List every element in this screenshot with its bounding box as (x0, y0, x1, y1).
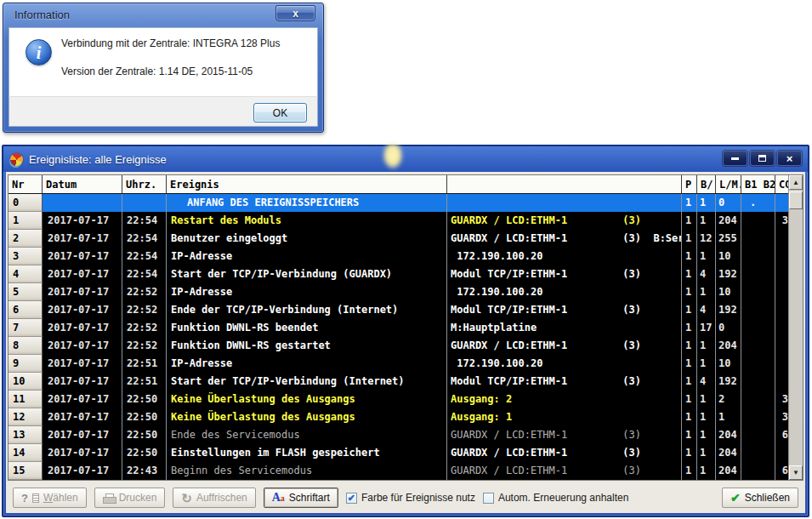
cell-datum: 2017-07-17 (43, 265, 122, 283)
minimize-button[interactable] (723, 151, 747, 166)
cell-p: 1 (682, 301, 697, 319)
maximize-button[interactable] (750, 151, 775, 166)
window-controls: × (723, 151, 802, 166)
cell-b1b2 (741, 248, 775, 265)
refresh-icon: ↻ (181, 492, 192, 505)
row-number-cell[interactable]: 4 (9, 265, 43, 283)
waehlen-label: Wählen (43, 492, 78, 504)
cell-lm: 192 (716, 301, 741, 319)
cell-uhrz: 22:52 (122, 283, 167, 301)
table-row[interactable]: 12 2017-07-17 22:50 Keine Überlastung de… (9, 408, 790, 426)
table-row[interactable]: 1 2017-07-17 22:54 Restart des Moduls GU… (9, 212, 790, 230)
cell-p: 1 (682, 337, 697, 355)
header-b1b2: B1 B2 (741, 175, 775, 193)
cell-p: 1 (682, 391, 697, 408)
window-title: Ereignisliste: alle Ereignisse (29, 153, 167, 166)
row-number-cell[interactable]: 6 (9, 301, 43, 319)
row-number-cell[interactable]: 1 (9, 212, 43, 230)
cell-p: 1 (682, 444, 697, 462)
row-number-cell[interactable]: 14 (9, 444, 43, 462)
scroll-up-button[interactable]: ▲ (789, 175, 803, 190)
scrollbar-thumb[interactable] (789, 191, 803, 209)
window-titlebar[interactable]: Ereignisliste: alle Ereignisse × (3, 146, 808, 172)
table-row[interactable]: 4 2017-07-17 22:54 Start der TCP/IP-Verb… (9, 265, 790, 283)
dialog-message: Verbindung mit der Zentrale: INTEGRA 128… (61, 37, 280, 77)
farbe-checkbox[interactable]: ✔ (346, 493, 357, 504)
row-number-cell[interactable]: 5 (9, 283, 43, 301)
row-number-cell[interactable]: 3 (9, 248, 43, 265)
cell-uhrz: 22:43 (122, 462, 167, 480)
cell-datum: 2017-07-17 (43, 212, 122, 230)
cell-b: 1 (697, 337, 716, 355)
cell-ereignis: Restart des Moduls (167, 212, 447, 230)
cell-quelle: GUARDX / LCD:ETHM-1 (3) (447, 212, 682, 230)
table-row[interactable]: 10 2017-07-17 22:51 Start der TCP/IP-Ver… (9, 373, 790, 391)
cell-datum: 2017-07-17 (43, 391, 122, 408)
scroll-down-button[interactable]: ▼ (789, 465, 803, 480)
row-number-cell[interactable]: 11 (9, 391, 43, 408)
table-row[interactable]: 6 2017-07-17 22:52 Ende der TCP/IP-Verbi… (9, 301, 790, 319)
table-row[interactable]: 15 2017-07-17 22:43 Beginn des Servicemo… (9, 462, 790, 480)
schliessen-label: Schließen (745, 492, 790, 504)
cell-lm: 255 (716, 230, 741, 248)
row-number-cell[interactable]: 12 (9, 408, 43, 426)
dialog-footer: OK (9, 96, 318, 127)
dialog-close-button[interactable]: x (275, 5, 315, 21)
cell-b: 1 (697, 355, 716, 373)
row-number-cell[interactable]: 8 (9, 337, 43, 355)
ok-button[interactable]: OK (253, 103, 307, 123)
cell-uhrz: 22:52 (122, 319, 167, 337)
cell-b1b2 (741, 283, 775, 301)
cell-b: 4 (697, 301, 716, 319)
schriftart-button[interactable]: Aa Schriftart (264, 488, 338, 508)
bottom-toolbar: ? Wählen Drucken ↻ Auffrischen Aa Schrif… (8, 486, 803, 510)
autom-checkbox[interactable]: ✔ (483, 493, 494, 504)
drucken-button[interactable]: Drucken (94, 488, 166, 508)
cell-b: 1 (697, 408, 716, 426)
cell-quelle: Modul TCP/IP:ETHM-1 (3) (447, 373, 682, 391)
event-list-window: Ereignisliste: alle Ereignisse × Nr Datu… (2, 145, 809, 517)
printer-icon (103, 493, 115, 503)
cell-quelle: M:Hauptplatine (447, 319, 682, 337)
cell-datum: 2017-07-17 (43, 337, 122, 355)
row-number-cell[interactable]: 10 (9, 373, 43, 391)
row-number-cell[interactable]: 15 (9, 462, 43, 480)
vertical-scrollbar[interactable]: ▲ ▼ (788, 175, 803, 480)
cell-datum (43, 194, 122, 212)
cell-uhrz: 22:50 (122, 444, 167, 462)
cell-ereignis: Keine Überlastung des Ausgangs (167, 408, 447, 426)
cell-b: 4 (697, 373, 716, 391)
auffrischen-button[interactable]: ↻ Auffrischen (173, 488, 255, 508)
table-row[interactable]: 13 2017-07-17 22:50 Ende des Servicemodu… (9, 426, 790, 444)
cell-ereignis: Keine Überlastung des Ausgangs (167, 391, 447, 408)
row-number-cell[interactable]: 0 (9, 194, 43, 212)
close-button[interactable]: × (777, 151, 802, 166)
cell-b: 4 (697, 265, 716, 283)
table-row[interactable]: 7 2017-07-17 22:52 Funktion DWNL-RS been… (9, 319, 790, 337)
table-row[interactable]: 9 2017-07-17 22:51 IP-Adresse 172.190.10… (9, 355, 790, 373)
waehlen-button[interactable]: ? Wählen (13, 488, 87, 508)
cell-lm: 204 (716, 444, 741, 462)
row-number-cell[interactable]: 7 (9, 319, 43, 337)
cell-quelle: 172.190.100.20 (447, 248, 682, 265)
table-row[interactable]: 0 ANFANG DES EREIGNISSPEICHERS 1 1 0 . . (9, 194, 790, 212)
table-row[interactable]: 11 2017-07-17 22:50 Keine Überlastung de… (9, 391, 790, 408)
schliessen-button[interactable]: ✔ Schließen (722, 488, 798, 508)
row-number-cell[interactable]: 13 (9, 426, 43, 444)
table-row[interactable]: 8 2017-07-17 22:52 Funktion DWNL-RS gest… (9, 337, 790, 355)
table-row[interactable]: 5 2017-07-17 22:52 IP-Adresse 172.190.10… (9, 283, 790, 301)
row-number-cell[interactable]: 2 (9, 230, 43, 248)
cell-uhrz: 22:51 (122, 355, 167, 373)
table-row[interactable]: 14 2017-07-17 22:50 Einstellungen im FLA… (9, 444, 790, 462)
cell-b1b2 (741, 391, 775, 408)
cell-lm: 204 (716, 337, 741, 355)
row-number-cell[interactable]: 9 (9, 355, 43, 373)
cell-ereignis: Funktion DWNL-RS gestartet (167, 337, 447, 355)
cell-ereignis: Ende des Servicemodus (167, 426, 447, 444)
cell-p: 1 (682, 248, 697, 265)
cell-lm: 10 (716, 248, 741, 265)
cell-b: 1 (697, 444, 716, 462)
cell-quelle: GUARDX / LCD:ETHM-1 (3) (447, 462, 682, 480)
table-row[interactable]: 2 2017-07-17 22:54 Benutzer eingeloggt G… (9, 230, 790, 248)
table-row[interactable]: 3 2017-07-17 22:54 IP-Adresse 172.190.10… (9, 248, 790, 265)
